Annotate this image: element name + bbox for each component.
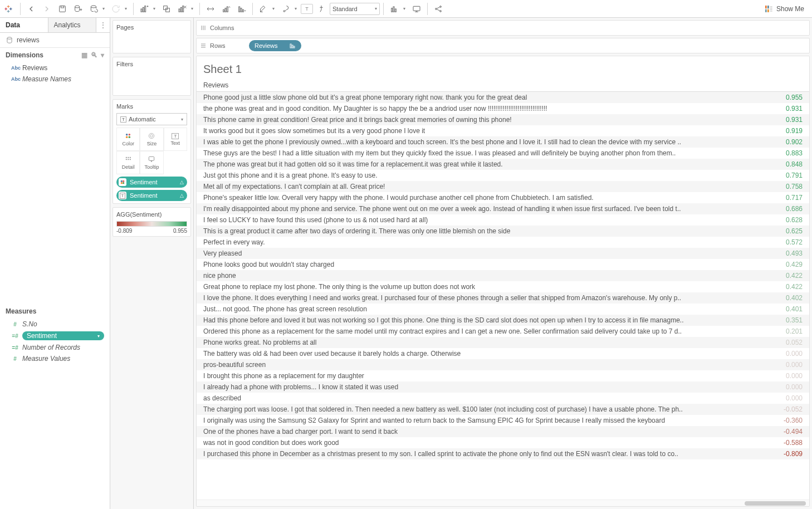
- data-table[interactable]: Phone good just a little slow phone old …: [197, 92, 809, 500]
- measure-field[interactable]: =#Number of Records: [0, 342, 110, 353]
- table-row[interactable]: Phone's speaker little low. Overall very…: [197, 192, 809, 203]
- table-row[interactable]: Had this phone before and loved it but w…: [197, 315, 809, 326]
- dropdown-icon[interactable]: ▾: [293, 6, 299, 11]
- marks-detail-cell[interactable]: Detail: [116, 151, 140, 174]
- datasource-row[interactable]: reviews: [0, 33, 110, 48]
- table-row[interactable]: I love the phone. It does everything I n…: [197, 292, 809, 304]
- table-row[interactable]: Met all of my expectations. I can't comp…: [197, 181, 809, 192]
- pages-card[interactable]: Pages: [112, 20, 191, 53]
- new-worksheet-button[interactable]: [137, 2, 151, 16]
- autoupdate-button[interactable]: [86, 2, 101, 16]
- view-toggle-icon[interactable]: ▦: [81, 51, 87, 59]
- table-row[interactable]: the phone was great and in good conditio…: [197, 103, 809, 114]
- dimension-field[interactable]: AbcReviews: [0, 62, 110, 74]
- table-row[interactable]: These guys are the best! I had a little …: [197, 148, 809, 159]
- group-button[interactable]: [278, 2, 293, 16]
- table-row[interactable]: It works good but it goes slow sometimes…: [197, 125, 809, 136]
- dropdown-icon[interactable]: ▾: [402, 6, 407, 11]
- table-row[interactable]: The battery was old & had been over used…: [197, 348, 809, 359]
- measure-field[interactable]: #S.No: [0, 319, 110, 330]
- labels-button[interactable]: T: [301, 4, 313, 14]
- forward-button[interactable]: [40, 2, 54, 16]
- measure-field[interactable]: #Measure Values: [0, 353, 110, 364]
- table-row[interactable]: Great phone to replace my lost phone. Th…: [197, 281, 809, 292]
- dropdown-icon[interactable]: ▾: [123, 6, 129, 11]
- show-cards-button[interactable]: [387, 2, 402, 16]
- tab-data[interactable]: Data: [0, 18, 48, 32]
- marks-color-cell[interactable]: Color: [116, 128, 140, 151]
- presentation-button[interactable]: [409, 2, 424, 16]
- sentiment-value: 0.000: [769, 350, 803, 358]
- duplicate-button[interactable]: [159, 2, 174, 16]
- table-row[interactable]: The phone was great but it had gotten ol…: [197, 159, 809, 170]
- save-button[interactable]: [55, 2, 70, 16]
- show-me-button[interactable]: Show Me: [760, 2, 809, 16]
- table-row[interactable]: I already had a phone with problems... I…: [197, 381, 809, 393]
- table-row[interactable]: I brought this phone as a replacement fo…: [197, 370, 809, 381]
- clear-button[interactable]: [175, 2, 189, 16]
- dropdown-icon[interactable]: ▾: [271, 6, 276, 11]
- mark-pill-text[interactable]: TSentiment△: [116, 190, 187, 201]
- table-row[interactable]: I was able to get the phone I previously…: [197, 136, 809, 148]
- marks-text-cell[interactable]: TText: [164, 128, 187, 151]
- view-column-header[interactable]: Reviews: [197, 78, 809, 92]
- table-row[interactable]: I'm really disappointed about my phone a…: [197, 203, 809, 214]
- new-datasource-button[interactable]: [71, 2, 85, 16]
- sentiment-value: 0.931: [769, 105, 803, 112]
- svg-rect-66: [130, 159, 131, 160]
- sort-desc-button[interactable]: [234, 2, 249, 16]
- table-row[interactable]: One of the phones have a bad charger por…: [197, 426, 809, 437]
- table-row[interactable]: I originally was using the Samsung S2 Ga…: [197, 415, 809, 426]
- table-row[interactable]: pros-beautiful screen0.000: [197, 359, 809, 370]
- dimension-field[interactable]: AbcMeasure Names: [0, 74, 110, 85]
- table-row[interactable]: The charging port was loose. I got that …: [197, 404, 809, 415]
- svg-point-10: [75, 6, 80, 8]
- table-row[interactable]: Just... not good. The phone has great sc…: [197, 304, 809, 315]
- highlight-button[interactable]: [256, 2, 271, 16]
- rows-pill-reviews[interactable]: Reviews: [249, 40, 301, 51]
- tab-options-icon[interactable]: ⋮: [96, 18, 110, 32]
- marks-size-cell[interactable]: Size: [140, 128, 163, 151]
- measure-field[interactable]: =#Sentiment▾: [0, 330, 110, 342]
- swap-button[interactable]: [203, 2, 218, 16]
- table-row[interactable]: Phone works great. No problems at all0.0…: [197, 337, 809, 348]
- table-row[interactable]: was not in good condition but does work …: [197, 437, 809, 448]
- table-row[interactable]: I purchased this phone in December as a …: [197, 448, 809, 459]
- table-row[interactable]: This is a great product it came after tw…: [197, 226, 809, 237]
- dropdown-icon[interactable]: ▾: [189, 6, 195, 11]
- table-row[interactable]: Just got this phone and it is a great ph…: [197, 170, 809, 181]
- table-row[interactable]: Perfect in every way.0.572: [197, 237, 809, 248]
- table-row[interactable]: Phone looks good but wouldn't stay charg…: [197, 259, 809, 270]
- table-row[interactable]: as described0.000: [197, 393, 809, 404]
- sheet-title[interactable]: Sheet 1: [197, 56, 809, 78]
- dropdown-icon[interactable]: ▾: [101, 6, 106, 11]
- fit-selector[interactable]: Standard▾: [330, 3, 380, 15]
- table-row[interactable]: Ordered this phone as a replacement for …: [197, 326, 809, 337]
- run-button[interactable]: [109, 2, 123, 16]
- table-row[interactable]: I feel so LUCKY to have found this used …: [197, 214, 809, 226]
- mark-pill-color[interactable]: Sentiment△: [116, 177, 187, 188]
- table-row[interactable]: Phone good just a little slow phone old …: [197, 92, 809, 103]
- filters-card[interactable]: Filters: [112, 57, 191, 96]
- tab-analytics[interactable]: Analytics: [48, 18, 97, 32]
- share-button[interactable]: [431, 2, 446, 16]
- table-row[interactable]: Very pleased0.493: [197, 248, 809, 259]
- back-button[interactable]: [24, 2, 38, 16]
- pin-button[interactable]: [314, 2, 329, 16]
- menu-icon[interactable]: ▾: [101, 51, 104, 59]
- columns-shelf[interactable]: Columns: [196, 20, 810, 36]
- sentiment-value: 0.883: [769, 149, 803, 157]
- svg-point-54: [7, 37, 12, 40]
- search-icon[interactable]: 🔍︎: [91, 51, 97, 59]
- sentiment-value: 0.717: [769, 194, 803, 202]
- table-row[interactable]: This phone came in great condition! Grea…: [197, 114, 809, 125]
- dropdown-icon[interactable]: ▾: [151, 6, 157, 11]
- rows-shelf[interactable]: Rows Reviews: [196, 38, 810, 53]
- marks-tooltip-cell[interactable]: Tooltip: [140, 151, 163, 174]
- table-row[interactable]: nice phone0.422: [197, 270, 809, 281]
- svg-point-34: [283, 10, 285, 12]
- horizontal-scrollbar[interactable]: [197, 500, 809, 506]
- color-legend-card[interactable]: AGG(Sentiment) -0.809 0.955: [112, 207, 191, 237]
- sort-asc-button[interactable]: [219, 2, 233, 16]
- marks-type-selector[interactable]: TAutomatic ▾: [116, 113, 187, 125]
